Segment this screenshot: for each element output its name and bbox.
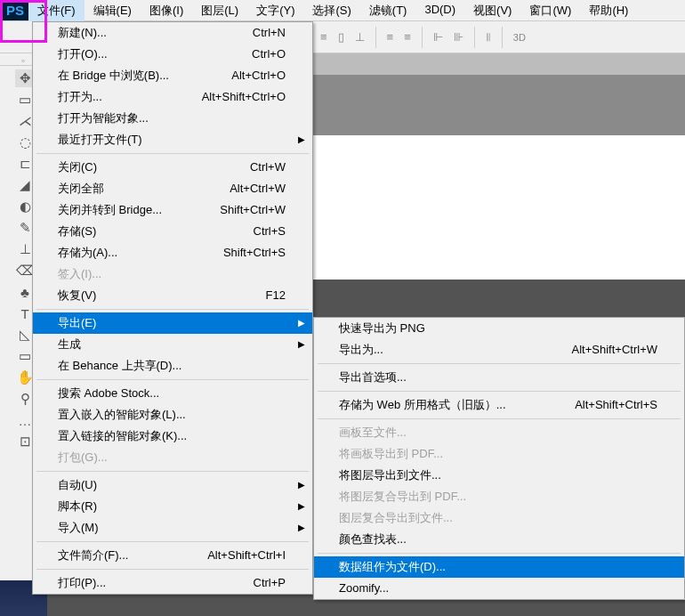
file-menu-item-30[interactable]: 打印(P)...Ctrl+P: [33, 572, 312, 594]
menu-item-shortcut: Alt+Shift+Ctrl+I: [207, 547, 286, 563]
export-menu-item-5[interactable]: 存储为 Web 所用格式（旧版）...Alt+Shift+Ctrl+S: [314, 394, 684, 416]
menu-separator: [36, 379, 309, 380]
export-menu-item-11: 图层复合导出到文件...: [314, 507, 684, 529]
file-menu-item-1[interactable]: 打开(O)...Ctrl+O: [33, 44, 312, 65]
menu-item-label: 存储为(A)...: [58, 245, 117, 261]
menu-item-label: 关闭(C): [58, 159, 97, 175]
file-menu-item-2[interactable]: 在 Bridge 中浏览(B)...Alt+Ctrl+O: [33, 65, 312, 86]
menu-item-shortcut: Ctrl+S: [254, 223, 286, 239]
menu-item-label: 新建(N)...: [58, 25, 107, 41]
menu-item-label: 搜索 Adobe Stock...: [58, 385, 159, 401]
file-menu-item-26[interactable]: 导入(M)▶: [33, 517, 312, 539]
file-menu-item-0[interactable]: 新建(N)...Ctrl+N: [33, 22, 312, 44]
menu-item-label: 生成: [58, 336, 81, 353]
file-menu-item-24[interactable]: 自动(U)▶: [33, 474, 312, 496]
menu-文字[interactable]: 文字(Y): [247, 0, 303, 21]
export-menu-item-1[interactable]: 导出为...Alt+Shift+Ctrl+W: [314, 339, 684, 361]
menu-item-label: 导出首选项...: [339, 369, 407, 385]
menu-item-label: 存储(S): [58, 223, 96, 239]
menu-窗口[interactable]: 窗口(W): [520, 0, 580, 21]
menu-item-label: 导出为...: [339, 342, 383, 358]
export-menu-item-14[interactable]: 数据组作为文件(D)...: [314, 556, 684, 578]
menu-item-shortcut: Ctrl+N: [253, 25, 286, 41]
file-menu-item-8[interactable]: 关闭全部Alt+Ctrl+W: [33, 178, 312, 199]
submenu-arrow-icon: ▶: [298, 132, 305, 148]
menu-item-label: 将图层导出到文件...: [339, 467, 441, 483]
export-menu-item-3[interactable]: 导出首选项...: [314, 367, 684, 388]
file-menu-item-3[interactable]: 打开为...Alt+Shift+Ctrl+O: [33, 86, 312, 108]
menu-文件[interactable]: 文件(F): [28, 0, 85, 21]
menu-item-label: 在 Behance 上共享(D)...: [58, 358, 181, 374]
menu-item-label: 导入(M): [58, 520, 99, 536]
file-menu-item-12: 签入(I)...: [33, 263, 312, 285]
file-menu-item-15[interactable]: 导出(E)▶: [33, 312, 312, 334]
file-menu-item-5[interactable]: 最近打开文件(T)▶: [33, 129, 312, 150]
export-menu-item-8: 将画板导出到 PDF...: [314, 443, 684, 465]
mode-3d-label[interactable]: 3D: [513, 32, 526, 43]
export-menu-item-12[interactable]: 颜色查找表...: [314, 529, 684, 550]
menu-编辑[interactable]: 编辑(E): [85, 0, 141, 21]
file-menu-item-10[interactable]: 存储(S)Ctrl+S: [33, 221, 312, 242]
file-menu-dropdown: 新建(N)...Ctrl+N打开(O)...Ctrl+O在 Bridge 中浏览…: [32, 21, 313, 595]
menu-选择[interactable]: 选择(S): [303, 0, 359, 21]
menu-item-label: 导出(E): [58, 315, 96, 331]
separator: [474, 27, 475, 48]
file-menu-item-13[interactable]: 恢复(V)F12: [33, 285, 312, 306]
menu-separator: [318, 391, 681, 392]
menu-item-shortcut: Shift+Ctrl+S: [223, 245, 286, 261]
separator: [375, 27, 376, 48]
file-menu-item-4[interactable]: 打开为智能对象...: [33, 108, 312, 129]
align-icon[interactable]: ⊥: [355, 30, 365, 44]
menu-item-shortcut: Ctrl+P: [254, 575, 286, 591]
menu-item-label: 图层复合导出到文件...: [339, 510, 453, 526]
menu-3d[interactable]: 3D(D): [415, 0, 464, 21]
file-menu-item-25[interactable]: 脚本(R)▶: [33, 496, 312, 517]
menu-item-shortcut: Alt+Ctrl+O: [231, 68, 286, 84]
align-icon[interactable]: ▯: [338, 30, 344, 44]
menu-separator: [318, 363, 681, 364]
distribute-icon[interactable]: ≡: [404, 30, 411, 44]
file-menu-item-9[interactable]: 关闭并转到 Bridge...Shift+Ctrl+W: [33, 199, 312, 221]
file-menu-item-17[interactable]: 在 Behance 上共享(D)...: [33, 355, 312, 377]
file-menu-item-16[interactable]: 生成▶: [33, 334, 312, 355]
menu-separator: [36, 569, 309, 570]
menu-item-label: Zoomify...: [339, 580, 389, 596]
menubar: PS 文件(F)编辑(E)图像(I)图层(L)文字(Y)选择(S)滤镜(T)3D…: [0, 0, 685, 21]
menu-separator: [36, 309, 309, 310]
menu-图像[interactable]: 图像(I): [141, 0, 192, 21]
menu-item-label: 文件简介(F)...: [58, 547, 128, 563]
submenu-arrow-icon: ▶: [298, 520, 305, 536]
menu-item-label: 存储为 Web 所用格式（旧版）...: [339, 397, 506, 413]
file-menu-item-20[interactable]: 置入嵌入的智能对象(L)...: [33, 404, 312, 426]
menu-item-label: 打包(G)...: [58, 450, 108, 466]
file-menu-item-7[interactable]: 关闭(C)Ctrl+W: [33, 157, 312, 178]
menu-滤镜[interactable]: 滤镜(T): [360, 0, 416, 21]
submenu-arrow-icon: ▶: [298, 336, 305, 353]
align-icon[interactable]: ⊩: [433, 30, 443, 44]
align-icon[interactable]: ≡: [320, 30, 327, 44]
export-menu-item-9[interactable]: 将图层导出到文件...: [314, 465, 684, 486]
submenu-arrow-icon: ▶: [298, 477, 305, 493]
menu-item-label: 将图层复合导出到 PDF...: [339, 489, 466, 505]
file-menu-item-19[interactable]: 搜索 Adobe Stock...: [33, 383, 312, 404]
menu-视图[interactable]: 视图(V): [464, 0, 520, 21]
menu-item-label: 打印(P)...: [58, 575, 106, 591]
export-menu-item-15[interactable]: Zoomify...: [314, 578, 684, 599]
menu-item-label: 签入(I)...: [58, 266, 101, 282]
menu-帮助[interactable]: 帮助(H): [580, 0, 637, 21]
menu-item-label: 画板至文件...: [339, 425, 407, 441]
align-icon[interactable]: ⊪: [454, 30, 463, 44]
file-menu-item-28[interactable]: 文件简介(F)...Alt+Shift+Ctrl+I: [33, 545, 312, 566]
menu-item-shortcut: Ctrl+O: [252, 46, 286, 62]
app-logo: PS: [2, 1, 28, 20]
menu-图层[interactable]: 图层(L): [192, 0, 247, 21]
menu-item-label: 自动(U): [58, 477, 97, 493]
distribute-icon[interactable]: ⫴: [486, 30, 491, 45]
file-menu-item-21[interactable]: 置入链接的智能对象(K)...: [33, 426, 312, 447]
menu-item-label: 最近打开文件(T): [58, 132, 142, 148]
menu-separator: [36, 541, 309, 542]
export-menu-item-10: 将图层复合导出到 PDF...: [314, 486, 684, 507]
file-menu-item-11[interactable]: 存储为(A)...Shift+Ctrl+S: [33, 242, 312, 263]
export-menu-item-0[interactable]: 快速导出为 PNG: [314, 318, 684, 339]
distribute-icon[interactable]: ≡: [387, 30, 394, 44]
